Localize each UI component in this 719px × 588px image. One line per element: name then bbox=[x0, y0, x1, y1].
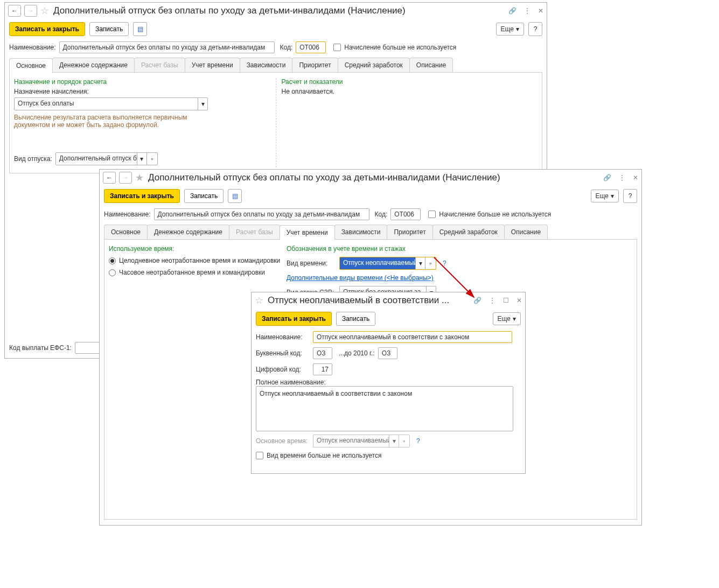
tab-money[interactable]: Денежное содержание bbox=[52, 58, 135, 72]
window-title: Дополнительный отпуск без оплаты по уход… bbox=[148, 172, 600, 183]
tab-main[interactable]: Основное bbox=[104, 225, 148, 239]
more-button[interactable]: Еще ▾ bbox=[591, 190, 619, 202]
assignment-section-title: Назначение и порядок расчета bbox=[14, 78, 270, 86]
more-button[interactable]: Еще ▾ bbox=[496, 23, 524, 36]
more-button[interactable]: Еще ▾ bbox=[493, 312, 521, 325]
name-input[interactable]: Отпуск неоплачиваемый в соответствии с з… bbox=[313, 331, 512, 343]
chevron-down-icon[interactable]: ▾ bbox=[137, 153, 146, 165]
time-not-used-checkbox[interactable] bbox=[256, 452, 263, 459]
tabbar: Основное Денежное содержание Расчет базы… bbox=[104, 225, 637, 240]
close-icon[interactable]: ✕ bbox=[633, 174, 638, 181]
tabbar: Основное Денежное содержание Расчет базы… bbox=[9, 58, 542, 73]
digit-code-label: Цифровой код: bbox=[256, 366, 310, 373]
maximize-icon[interactable]: ☐ bbox=[503, 297, 509, 304]
used-time-title: Используемое время: bbox=[109, 245, 281, 253]
save-button[interactable]: Записать bbox=[336, 312, 375, 326]
efs-label: Код выплаты ЕФС-1: bbox=[9, 344, 72, 352]
radio-fullday-row[interactable]: Целодневное неотработанное время и коман… bbox=[109, 255, 281, 267]
vacation-type-label: Вид отпуска: bbox=[14, 155, 52, 163]
tab-base[interactable]: Расчет базы bbox=[229, 225, 280, 239]
tab-avg[interactable]: Средний заработок bbox=[338, 58, 410, 72]
tab-priority[interactable]: Приоритет bbox=[387, 225, 432, 239]
titlebar: ← → ★ Дополнительный отпуск без оплаты п… bbox=[100, 170, 641, 186]
link-icon[interactable]: 🔗 bbox=[508, 7, 516, 15]
close-icon[interactable]: ✕ bbox=[516, 297, 522, 304]
titlebar: ☆ Отпуск неоплачиваемый в соответствии .… bbox=[252, 292, 525, 309]
nav-forward-button[interactable]: → bbox=[24, 5, 37, 17]
additional-time-types-link[interactable]: Дополнительные виды времени (<Не выбраны… bbox=[287, 274, 434, 282]
until-2010-input[interactable]: ОЗ bbox=[378, 347, 397, 359]
designations-title: Обозначения в учете времени и стажах bbox=[287, 245, 632, 253]
name-input[interactable]: Дополнительный отпуск без оплаты по уход… bbox=[59, 41, 275, 53]
open-icon[interactable]: ▫ bbox=[425, 257, 436, 269]
favorite-icon[interactable]: ★ bbox=[135, 172, 144, 184]
report-icon[interactable]: ▤ bbox=[133, 22, 147, 36]
code-label: Код: bbox=[375, 211, 388, 218]
menu-icon[interactable]: ⋮ bbox=[489, 297, 495, 304]
help-button[interactable]: ? bbox=[528, 22, 542, 36]
tab-desc[interactable]: Описание bbox=[504, 225, 548, 239]
save-close-button[interactable]: Записать и закрыть bbox=[256, 312, 332, 326]
nav-back-button[interactable]: ← bbox=[103, 172, 116, 184]
vacation-type-select[interactable]: Дополнительный отпуск б ▾ ▫ bbox=[55, 152, 158, 165]
assignment-select[interactable]: Отпуск без оплаты ▾ bbox=[14, 97, 208, 110]
letter-code-input[interactable]: ОЗ bbox=[313, 347, 332, 359]
chevron-down-icon[interactable]: ▾ bbox=[198, 98, 207, 110]
tab-priority[interactable]: Приоритет bbox=[292, 58, 338, 72]
menu-icon[interactable]: ⋮ bbox=[524, 7, 530, 15]
favorite-icon[interactable]: ☆ bbox=[255, 295, 263, 306]
time-not-used-label: Вид времени больше не используется bbox=[267, 452, 381, 459]
chevron-down-icon[interactable]: ▾ bbox=[415, 257, 425, 269]
hint-icon[interactable]: ? bbox=[443, 260, 446, 267]
tab-money[interactable]: Денежное содержание bbox=[147, 225, 229, 239]
tab-avg[interactable]: Средний заработок bbox=[432, 225, 505, 239]
hint-icon[interactable]: ? bbox=[416, 437, 420, 445]
code-input[interactable]: ОТ006 bbox=[390, 208, 421, 220]
radio-fullday[interactable] bbox=[109, 257, 116, 264]
full-name-textarea[interactable]: Отпуск неоплачиваемый в соответствии с з… bbox=[256, 386, 513, 431]
tab-desc[interactable]: Описание bbox=[409, 58, 453, 72]
assignment-label: Назначение начисления: bbox=[14, 88, 270, 95]
name-label: Наименование: bbox=[256, 333, 310, 341]
radio-hourly-row[interactable]: Часовое неотработанное время и командиро… bbox=[109, 267, 281, 278]
tab-deps[interactable]: Зависимости bbox=[334, 225, 388, 239]
report-icon[interactable]: ▤ bbox=[228, 189, 242, 203]
calc-section-title: Расчет и показатели bbox=[282, 78, 538, 86]
not-used-label: Начисление больше не используется bbox=[344, 44, 456, 51]
link-icon[interactable]: 🔗 bbox=[603, 174, 611, 181]
code-input[interactable]: ОТ006 bbox=[296, 41, 326, 53]
nav-forward-button[interactable]: → bbox=[119, 172, 132, 184]
tab-time[interactable]: Учет времени bbox=[280, 225, 335, 240]
open-icon: ▫ bbox=[399, 435, 409, 447]
nav-back-button[interactable]: ← bbox=[8, 5, 21, 17]
not-used-checkbox[interactable] bbox=[333, 44, 341, 51]
save-button[interactable]: Записать bbox=[89, 22, 129, 36]
save-close-button[interactable]: Записать и закрыть bbox=[9, 22, 85, 36]
link-icon[interactable]: 🔗 bbox=[473, 297, 481, 304]
menu-icon[interactable]: ⋮ bbox=[619, 174, 625, 181]
save-button[interactable]: Записать bbox=[184, 189, 224, 203]
name-label: Наименование: bbox=[104, 211, 151, 218]
help-button[interactable]: ? bbox=[623, 189, 637, 203]
titlebar: ← → ☆ Дополнительный отпуск без оплаты п… bbox=[5, 3, 547, 19]
tab-time[interactable]: Учет времени bbox=[185, 58, 240, 72]
tab-deps[interactable]: Зависимости bbox=[240, 58, 293, 72]
open-icon[interactable]: ▫ bbox=[146, 153, 157, 165]
save-close-button[interactable]: Записать и закрыть bbox=[104, 189, 180, 203]
window-time-type: ☆ Отпуск неоплачиваемый в соответствии .… bbox=[251, 292, 526, 474]
not-used-checkbox[interactable] bbox=[428, 211, 436, 218]
window-title: Дополнительный отпуск без оплаты по уход… bbox=[53, 5, 505, 16]
base-time-label: Основное время: bbox=[256, 437, 310, 445]
tab-main[interactable]: Основное bbox=[9, 58, 53, 73]
time-type-select[interactable]: Отпуск неоплачиваемый ▾ ▫ bbox=[339, 257, 436, 270]
name-label: Наименование: bbox=[9, 44, 56, 51]
close-icon[interactable]: ✕ bbox=[538, 7, 543, 15]
radio-hourly[interactable] bbox=[109, 269, 116, 276]
favorite-icon[interactable]: ☆ bbox=[40, 5, 49, 17]
digit-code-input[interactable]: 17 bbox=[313, 363, 332, 375]
tab-content-main: Назначение и порядок расчета Назначение … bbox=[9, 73, 542, 173]
window-title: Отпуск неоплачиваемый в соответствии ... bbox=[268, 295, 470, 306]
name-input[interactable]: Дополнительный отпуск без оплаты по уход… bbox=[154, 208, 369, 220]
tab-base[interactable]: Расчет базы bbox=[134, 58, 185, 72]
full-name-label: Полное наименование: bbox=[256, 379, 521, 386]
